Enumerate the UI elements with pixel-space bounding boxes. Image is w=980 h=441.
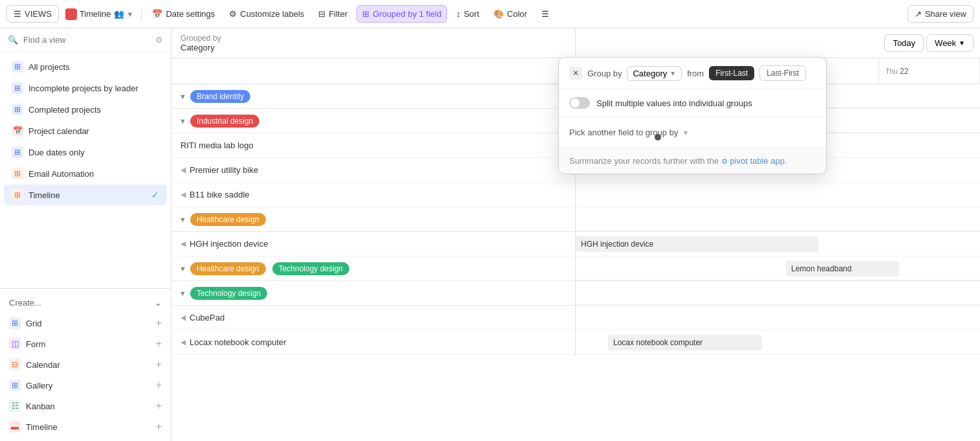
dropdown-category-label: Category bbox=[633, 69, 667, 78]
project-calendar-icon: 📅 bbox=[12, 125, 23, 137]
date-spacer bbox=[171, 58, 576, 84]
email-automation-label: Email Automation bbox=[28, 169, 94, 179]
cubepad-timeline bbox=[576, 306, 980, 330]
locax-bar[interactable]: Locax notebook computer bbox=[608, 335, 762, 350]
sidebar-item-due-dates[interactable]: ⊞ Due dates only bbox=[4, 142, 167, 163]
locax-arrow-icon: ◀ bbox=[180, 338, 186, 346]
grouped-dropdown: ✕ Group by Category ▼ from First-Last La… bbox=[558, 57, 827, 174]
dropdown-group-by-section: ✕ Group by Category ▼ from First-Last La… bbox=[559, 58, 826, 89]
industrial-design-label-cell: ▼ Industrial design bbox=[171, 109, 576, 133]
color-button[interactable]: 🎨 Color bbox=[488, 6, 532, 22]
timeline-chevron-icon[interactable]: ▼ bbox=[127, 10, 134, 18]
timeline2-add-icon[interactable]: + bbox=[156, 421, 162, 433]
sidebar-item-project-calendar[interactable]: 📅 Project calendar bbox=[4, 120, 167, 141]
hgh-bar[interactable]: HGH injection device bbox=[576, 236, 818, 252]
sort-icon: ↕ bbox=[456, 9, 461, 19]
healthcare-tech-timeline: Lemon headband bbox=[576, 256, 980, 280]
active-check-icon: ✓ bbox=[151, 190, 159, 200]
search-input[interactable] bbox=[23, 35, 150, 45]
sidebar-item-incomplete-projects[interactable]: ⊞ Incomplete projects by leader bbox=[4, 78, 167, 98]
hgh-text: HGH injection device bbox=[190, 239, 268, 249]
share-view-button[interactable]: ↗ Share view bbox=[908, 5, 974, 23]
create-section: Create... ⌄ ⊞ Grid + ◫ Form + bbox=[0, 288, 171, 441]
completed-projects-icon: ⊞ bbox=[12, 104, 23, 115]
date-thu: Thu 22 bbox=[879, 58, 980, 84]
healthcare-tag-2: Healthcare design bbox=[190, 262, 266, 275]
all-projects-icon: ⊞ bbox=[12, 61, 23, 73]
healthcare-label-cell: ▼ Healthcare design bbox=[171, 207, 576, 231]
grouped-button[interactable]: ⊞ Grouped by 1 field bbox=[356, 5, 447, 23]
dropdown-category-select[interactable]: Category ▼ bbox=[627, 66, 682, 81]
create-form[interactable]: ◫ Form + bbox=[0, 334, 171, 354]
completed-projects-label: Completed projects bbox=[28, 105, 101, 115]
grouped-by-label: Grouped by bbox=[180, 34, 566, 43]
create-calendar[interactable]: ⊟ Calendar + bbox=[0, 354, 171, 375]
form-add-icon[interactable]: + bbox=[156, 338, 162, 350]
sidebar-item-all-projects[interactable]: ⊞ All projects bbox=[4, 56, 167, 77]
pivot-icon: ⚙ bbox=[721, 157, 728, 165]
customize-labels-button[interactable]: ⚙ Customize labels bbox=[224, 6, 309, 22]
gallery-icon: ⊞ bbox=[9, 379, 21, 391]
week-button[interactable]: Week ▼ bbox=[926, 34, 974, 52]
create-timeline[interactable]: ▬ Timeline + bbox=[0, 416, 171, 437]
create-label: Create... bbox=[9, 298, 41, 308]
gallery-add-icon[interactable]: + bbox=[156, 379, 162, 391]
group-technology: ▼ Technology design bbox=[171, 281, 980, 306]
timeline-people-icon: 👥 bbox=[114, 9, 124, 19]
today-button[interactable]: Today bbox=[884, 34, 924, 52]
first-last-button[interactable]: First-Last bbox=[709, 66, 754, 80]
locax-text: Locax notebook computer bbox=[190, 337, 287, 347]
healthcare-tech-chevron[interactable]: ▼ bbox=[179, 265, 186, 273]
sidebar-item-completed-projects[interactable]: ⊞ Completed projects bbox=[4, 99, 167, 120]
summarize-text: Summarize your records further with the … bbox=[569, 156, 787, 166]
grid-label: Grid bbox=[26, 319, 42, 328]
sidebar-item-email-automation[interactable]: ⊞ Email Automation bbox=[4, 163, 167, 184]
technology-label-cell: ▼ Technology design bbox=[171, 281, 576, 305]
riti-label: RITI media lab logo bbox=[171, 133, 576, 157]
pick-field-row[interactable]: Pick another field to group by ▼ bbox=[569, 125, 816, 140]
dropdown-toggle-section: Split multiple values into individual gr… bbox=[559, 89, 826, 117]
views-label: VIEWS bbox=[25, 9, 52, 19]
main-content: Grouped by Category Today Week ▼ Mon bbox=[171, 28, 980, 441]
form-label: Form bbox=[26, 339, 45, 349]
dropdown-close-button[interactable]: ✕ bbox=[569, 67, 582, 80]
dropdown-group-by-label: Group by bbox=[587, 69, 622, 78]
brand-identity-chevron[interactable]: ▼ bbox=[179, 93, 186, 100]
split-toggle[interactable] bbox=[569, 97, 590, 109]
create-header[interactable]: Create... ⌄ bbox=[0, 293, 171, 313]
dropdown-pick-field-section: Pick another field to group by ▼ bbox=[559, 117, 826, 148]
sidebar-item-timeline[interactable]: ⊞ Timeline ✓ bbox=[4, 185, 167, 205]
cubepad-text: CubePad bbox=[190, 313, 224, 322]
grouped-by-value: Category bbox=[180, 43, 566, 52]
create-gallery[interactable]: ⊞ Gallery + bbox=[0, 375, 171, 396]
create-grid[interactable]: ⊞ Grid + bbox=[0, 313, 171, 334]
timeline-tab-label: Timeline bbox=[80, 9, 111, 19]
filter-button[interactable]: ⊟ Filter bbox=[313, 6, 353, 22]
hgh-label: ◀ HGH injection device bbox=[171, 232, 576, 256]
lemon-bar[interactable]: Lemon headband bbox=[786, 261, 899, 277]
hgh-arrow-icon: ◀ bbox=[180, 240, 186, 248]
row-cubepad: ◀ CubePad bbox=[171, 306, 980, 330]
views-button[interactable]: ☰ VIEWS bbox=[6, 5, 59, 23]
kanban-add-icon[interactable]: + bbox=[156, 400, 162, 412]
last-first-button[interactable]: Last-First bbox=[759, 65, 806, 81]
create-kanban[interactable]: ☷ Kanban + bbox=[0, 396, 171, 416]
columns-button[interactable]: ☰ bbox=[536, 6, 554, 22]
industrial-design-chevron[interactable]: ▼ bbox=[179, 117, 186, 125]
premier-label: ◀ Premier utility bike bbox=[171, 158, 576, 182]
healthcare-timeline bbox=[576, 207, 980, 231]
hgh-bar-label: HGH injection device bbox=[581, 240, 653, 249]
filter-icon: ⊟ bbox=[318, 9, 325, 19]
gallery-label: Gallery bbox=[26, 381, 52, 390]
tech-tag: Technology design bbox=[272, 262, 349, 275]
sort-button[interactable]: ↕ Sort bbox=[451, 6, 484, 22]
dropdown-toggle-row: Split multiple values into individual gr… bbox=[569, 97, 816, 109]
b11-arrow-icon: ◀ bbox=[180, 190, 186, 199]
technology-chevron[interactable]: ▼ bbox=[179, 289, 186, 297]
grid-add-icon[interactable]: + bbox=[156, 317, 162, 329]
pivot-link[interactable]: pivot table app. bbox=[730, 156, 787, 166]
healthcare-chevron[interactable]: ▼ bbox=[179, 216, 186, 223]
date-settings-button[interactable]: 📅 Date settings bbox=[147, 6, 220, 22]
calendar-add-icon[interactable]: + bbox=[156, 359, 162, 370]
settings-icon[interactable]: ⚙ bbox=[155, 35, 163, 45]
